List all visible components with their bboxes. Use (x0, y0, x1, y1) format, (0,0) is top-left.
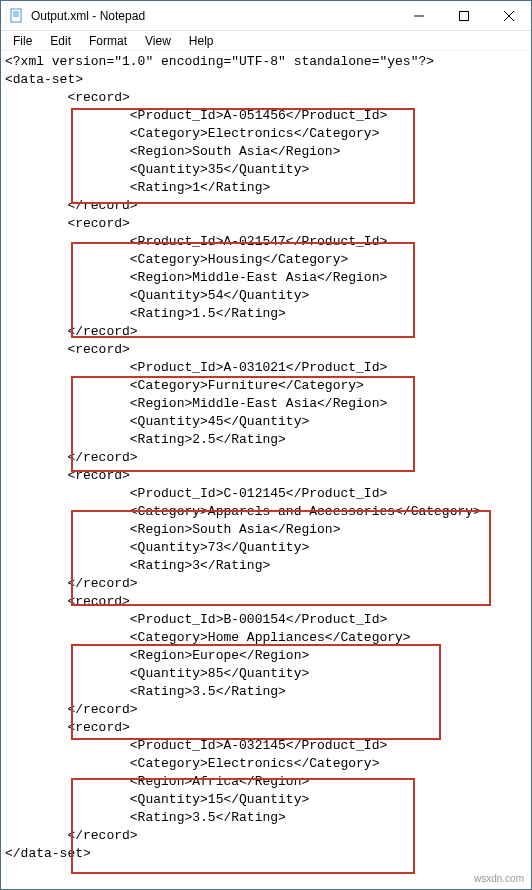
highlight-box-3 (71, 376, 415, 472)
window-controls (396, 1, 531, 30)
highlight-box-4 (71, 510, 491, 606)
menubar: File Edit Format View Help (1, 31, 531, 51)
menu-view[interactable]: View (137, 32, 179, 50)
highlight-box-6 (71, 778, 415, 874)
watermark: wsxdn.com (474, 873, 524, 884)
menu-edit[interactable]: Edit (42, 32, 79, 50)
menu-help[interactable]: Help (181, 32, 222, 50)
highlight-box-5 (71, 644, 441, 740)
titlebar: Output.xml - Notepad (1, 1, 531, 31)
menu-file[interactable]: File (5, 32, 40, 50)
highlight-box-2 (71, 242, 415, 338)
highlight-box-1 (71, 108, 415, 204)
menu-format[interactable]: Format (81, 32, 135, 50)
window-title: Output.xml - Notepad (31, 9, 396, 23)
notepad-window: Output.xml - Notepad File Edit Format Vi… (0, 0, 532, 890)
text-content-area[interactable]: <?xml version="1.0" encoding="UTF-8" sta… (1, 51, 531, 889)
minimize-button[interactable] (396, 1, 441, 30)
notepad-icon (9, 8, 25, 24)
svg-rect-5 (459, 11, 468, 20)
close-button[interactable] (486, 1, 531, 30)
maximize-button[interactable] (441, 1, 486, 30)
